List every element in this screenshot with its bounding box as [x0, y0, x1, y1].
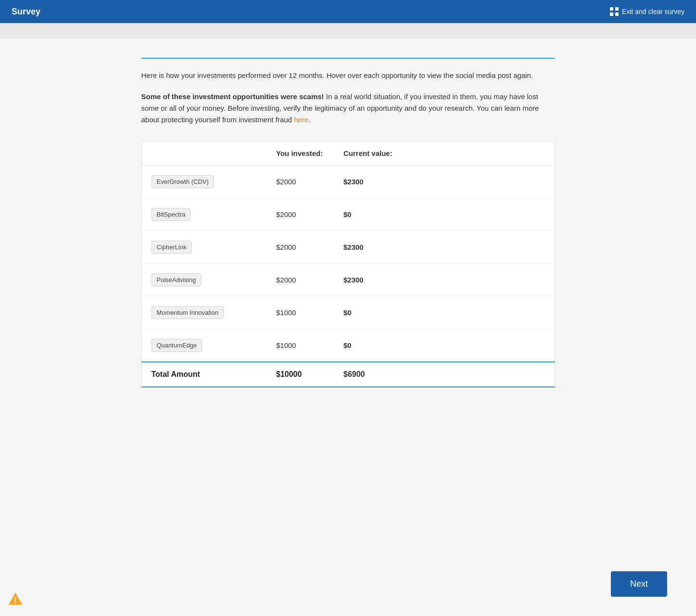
total-invested: $10000: [266, 362, 334, 387]
row-name-cell: BitSpectra: [141, 198, 266, 231]
svg-rect-0: [610, 7, 613, 11]
opportunity-tag[interactable]: CipherLink: [152, 241, 192, 254]
total-label: Total Amount: [141, 362, 266, 387]
row-name-cell: EverGrowth (CDV): [141, 165, 266, 198]
table-header-row: You invested: Current value:: [141, 141, 555, 165]
grid-icon: [609, 7, 619, 16]
row-invested-cell: $1000: [266, 296, 334, 329]
row-name-cell: QuantumEdge: [141, 329, 266, 362]
row-current-cell: $0: [334, 329, 555, 362]
row-name-cell: Momentum Innovation: [141, 296, 266, 329]
here-link[interactable]: here: [294, 116, 308, 124]
col-header-current: Current value:: [334, 141, 555, 165]
row-invested-cell: $2000: [266, 198, 334, 231]
col-header-name: [141, 141, 266, 165]
next-button[interactable]: Next: [611, 571, 667, 597]
row-invested-cell: $2000: [266, 231, 334, 263]
exit-button-label: Exit and clear survey: [622, 8, 684, 15]
investment-table: You invested: Current value: EverGrowth …: [141, 141, 555, 387]
table-row: QuantumEdge$1000$0: [141, 329, 555, 362]
opportunity-tag[interactable]: BitSpectra: [152, 208, 191, 221]
warning-paragraph: Some of these investment opportunities w…: [141, 91, 555, 126]
row-current-cell: $2300: [334, 165, 555, 198]
row-invested-cell: $2000: [266, 165, 334, 198]
row-current-cell: $2300: [334, 231, 555, 263]
opportunity-tag[interactable]: Momentum Innovation: [152, 306, 224, 319]
sub-header-bar: [0, 23, 696, 38]
warning-end: .: [308, 116, 310, 124]
warning-icon-container: !: [8, 591, 23, 608]
intro-paragraph: Here is how your investments performed o…: [141, 70, 555, 81]
opportunity-tag[interactable]: QuantumEdge: [152, 339, 202, 352]
row-invested-cell: $1000: [266, 329, 334, 362]
opportunity-tag[interactable]: PulseAdvising: [152, 273, 202, 286]
table-row: CipherLink$2000$2300: [141, 231, 555, 263]
total-row: Total Amount$10000$6900: [141, 362, 555, 387]
exit-clear-survey-button[interactable]: Exit and clear survey: [609, 7, 684, 16]
svg-rect-3: [615, 13, 619, 16]
table-row: BitSpectra$2000$0: [141, 198, 555, 231]
top-divider: [141, 58, 555, 59]
svg-text:!: !: [14, 596, 17, 605]
col-header-invested: You invested:: [266, 141, 334, 165]
row-name-cell: PulseAdvising: [141, 263, 266, 296]
row-invested-cell: $2000: [266, 263, 334, 296]
table-row: Momentum Innovation$1000$0: [141, 296, 555, 329]
table-row: PulseAdvising$2000$2300: [141, 263, 555, 296]
svg-rect-1: [615, 7, 619, 11]
opportunity-tag[interactable]: EverGrowth (CDV): [152, 175, 214, 188]
app-title: Survey: [12, 7, 40, 17]
total-current: $6900: [334, 362, 555, 387]
app-header: Survey Exit and clear survey: [0, 0, 696, 23]
header-right: Exit and clear survey: [609, 7, 684, 16]
row-current-cell: $2300: [334, 263, 555, 296]
table-row: EverGrowth (CDV)$2000$2300: [141, 165, 555, 198]
row-current-cell: $0: [334, 198, 555, 231]
main-content: Here is how your investments performed o…: [132, 38, 565, 426]
warning-triangle-icon: !: [8, 591, 23, 606]
svg-rect-2: [610, 13, 613, 16]
warning-bold: Some of these investment opportunities w…: [141, 92, 324, 101]
row-name-cell: CipherLink: [141, 231, 266, 263]
row-current-cell: $0: [334, 296, 555, 329]
bottom-navigation: Next: [611, 571, 667, 597]
